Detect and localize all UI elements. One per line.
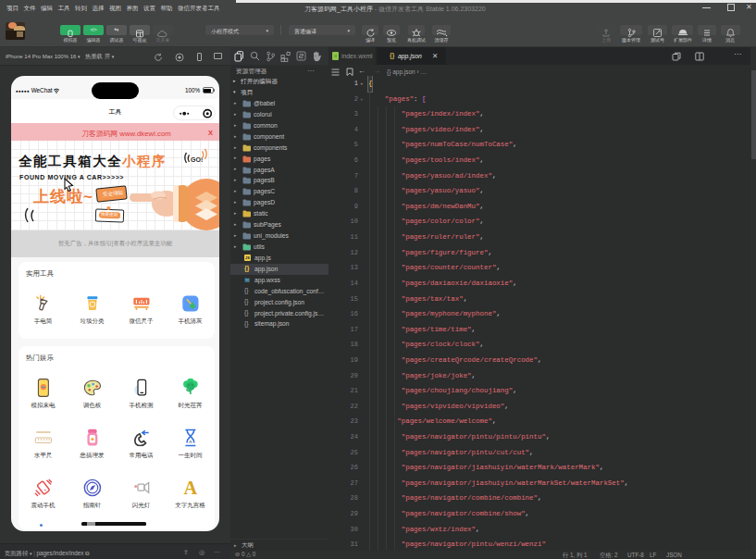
svg-text:A: A xyxy=(183,478,197,497)
